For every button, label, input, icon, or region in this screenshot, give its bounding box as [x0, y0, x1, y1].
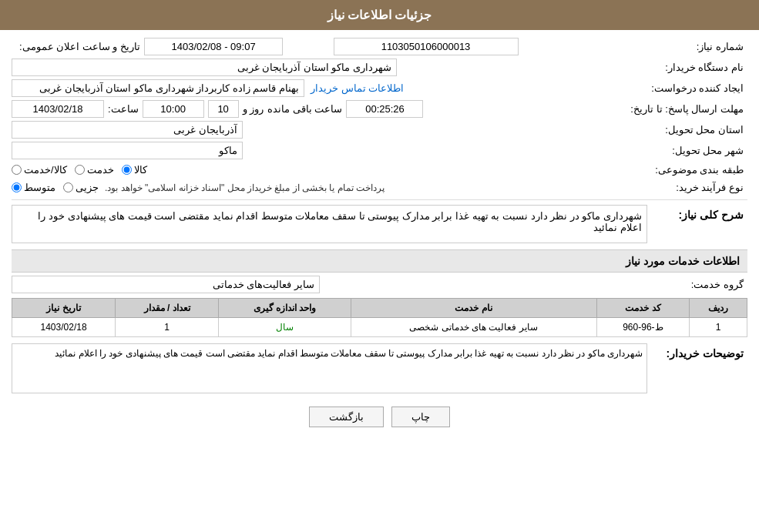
purchase-type-label: نوع فرآیند خرید: — [647, 180, 747, 195]
purchase-option-minor[interactable]: جزیی — [63, 182, 99, 193]
response-time-value: 10:00 — [143, 100, 204, 118]
col-quantity: تعداد / مقدار — [116, 299, 219, 318]
response-deadline-label: مهلت ارسال پاسخ: تا تاریخ: — [624, 102, 747, 116]
response-days-label: روز و — [243, 103, 264, 115]
category-option-goods-label: کالا — [134, 164, 147, 176]
category-option-service-goods[interactable]: کالا/خدمت — [12, 164, 67, 176]
remaining-time-value: 00:25:26 — [346, 100, 423, 118]
purchase-radio-minor[interactable] — [63, 182, 73, 192]
response-date-value: 1403/02/18 — [12, 100, 104, 118]
response-time-label: ساعت: — [108, 103, 139, 115]
purchase-option-medium[interactable]: متوسط — [12, 182, 55, 193]
purchase-note: پرداخت تمام یا بخشی از مبلغ خریداز محل "… — [105, 182, 385, 193]
purchase-option-minor-label: جزیی — [76, 182, 99, 193]
description-label: شرح کلی نیاز: — [647, 205, 747, 223]
province-field: آذربایجان غربی — [12, 121, 647, 139]
announce-datetime-label: تاریخ و ساعت اعلان عمومی: — [19, 41, 140, 52]
buyer-description-textarea[interactable] — [12, 343, 647, 393]
page-container: جزئیات اطلاعات نیاز شماره نیاز: 11030501… — [0, 0, 759, 532]
province-label: استان محل تحویل: — [647, 122, 747, 137]
col-row-num: ردیف — [690, 299, 747, 318]
row-response-deadline: مهلت ارسال پاسخ: تا تاریخ: 00:25:26 ساعت… — [12, 100, 747, 118]
need-number-label: شماره نیاز: — [647, 39, 747, 54]
services-table: ردیف کد خدمت نام خدمت واحد اندازه گیری ت… — [12, 298, 747, 337]
row-service-group: گروه خدمت: سایر فعالیت‌های خدماتی — [12, 276, 747, 293]
row-buyer-description: توضیحات خریدار: — [12, 343, 747, 396]
purchase-option-medium-label: متوسط — [24, 182, 55, 193]
cell-row-num: 1 — [690, 318, 747, 337]
remaining-label: ساعت باقی مانده — [267, 103, 342, 115]
need-number-value: 1103050106000013 — [334, 38, 519, 55]
service-group-field: سایر فعالیت‌های خدماتی — [12, 276, 647, 293]
buyer-org-label: نام دستگاه خریدار: — [647, 60, 747, 75]
city-label: شهر محل تحویل: — [647, 143, 747, 158]
cell-date: 1403/02/18 — [12, 318, 116, 337]
response-days-value: 10 — [208, 100, 239, 118]
table-header-row: ردیف کد خدمت نام خدمت واحد اندازه گیری ت… — [12, 299, 747, 318]
province-value: آذربایجان غربی — [12, 121, 243, 139]
announce-datetime-value: 1403/02/08 - 09:07 — [144, 38, 283, 55]
page-header: جزئیات اطلاعات نیاز — [0, 0, 759, 30]
category-option-service[interactable]: خدمت — [75, 164, 114, 176]
creator-label: ایجاد کننده درخواست: — [647, 81, 747, 95]
description-text: شهرداری ماکو در نظر دارد نسبت به تهیه غذ… — [12, 205, 647, 243]
row-creator: ایجاد کننده درخواست: اطلاعات تماس خریدار… — [12, 79, 747, 97]
cell-quantity: 1 — [116, 318, 219, 337]
creator-field: اطلاعات تماس خریدار بهنام قاسم زاده کارب… — [12, 79, 647, 97]
col-service-name: نام خدمت — [351, 299, 596, 318]
row-need-number: شماره نیاز: 1103050106000013 1403/02/08 … — [12, 38, 747, 55]
table-row: 1 ط-96-960 سایر فعالیت های خدماتی شخصی س… — [12, 318, 747, 337]
category-option-service-goods-label: کالا/خدمت — [24, 164, 67, 176]
purchase-radio-medium[interactable] — [12, 182, 22, 192]
row-category: طبقه بندی موضوعی: کالا/خدمت خدمت کالا — [12, 162, 747, 177]
response-deadline-field: 00:25:26 ساعت باقی مانده روز و 10 10:00 … — [12, 100, 624, 118]
city-field: ماکو — [12, 142, 647, 159]
service-group-label: گروه خدمت: — [647, 277, 747, 292]
category-radio-goods[interactable] — [122, 165, 132, 175]
need-number-field: 1103050106000013 — [334, 38, 648, 55]
buyer-description-content — [12, 343, 647, 396]
category-label: طبقه بندی موضوعی: — [647, 162, 747, 177]
buyer-org-value: شهرداری ماکو استان آذربایجان غربی — [12, 59, 397, 76]
buyer-org-field: شهرداری ماکو استان آذربایجان غربی — [12, 59, 647, 76]
col-service-code: کد خدمت — [596, 299, 690, 318]
row-province: استان محل تحویل: آذربایجان غربی — [12, 121, 747, 139]
separator-1 — [12, 199, 747, 200]
col-unit: واحد اندازه گیری — [219, 299, 351, 318]
main-content: شماره نیاز: 1103050106000013 1403/02/08 … — [0, 30, 759, 443]
contact-info-link[interactable]: اطلاعات تماس خریدار — [311, 82, 404, 94]
col-date: تاریخ نیاز — [12, 299, 116, 318]
category-option-service-label: خدمت — [87, 164, 114, 176]
row-description: شرح کلی نیاز: شهرداری ماکو در نظر دارد ن… — [12, 205, 747, 243]
city-value: ماکو — [12, 142, 243, 159]
cell-service-name: سایر فعالیت های خدماتی شخصی — [351, 318, 596, 337]
category-radio-service[interactable] — [75, 165, 85, 175]
category-field: کالا/خدمت خدمت کالا — [12, 164, 647, 176]
creator-value: بهنام قاسم زاده کاربرداز شهرداری ماکو اس… — [12, 79, 304, 97]
category-option-goods[interactable]: کالا — [122, 164, 147, 176]
services-section-header: اطلاعات خدمات مورد نیاز — [12, 249, 747, 273]
cell-unit: سال — [219, 318, 351, 337]
buyer-description-label: توضیحات خریدار: — [647, 343, 747, 361]
bottom-buttons: چاپ بازگشت — [12, 399, 747, 435]
cell-service-code: ط-96-960 — [596, 318, 690, 337]
row-city: شهر محل تحویل: ماکو — [12, 142, 747, 159]
print-button[interactable]: چاپ — [391, 407, 450, 427]
category-radio-service-goods[interactable] — [12, 165, 22, 175]
service-group-value: سایر فعالیت‌های خدماتی — [12, 276, 320, 293]
category-radio-group: کالا/خدمت خدمت کالا — [12, 164, 147, 176]
purchase-type-field: پرداخت تمام یا بخشی از مبلغ خریداز محل "… — [12, 182, 647, 193]
purchase-radio-group: متوسط جزیی — [12, 182, 99, 193]
row-purchase-type: نوع فرآیند خرید: پرداخت تمام یا بخشی از … — [12, 180, 747, 195]
back-button[interactable]: بازگشت — [309, 407, 384, 427]
row-buyer-org: نام دستگاه خریدار: شهرداری ماکو استان آذ… — [12, 59, 747, 76]
page-title: جزئیات اطلاعات نیاز — [327, 8, 432, 22]
